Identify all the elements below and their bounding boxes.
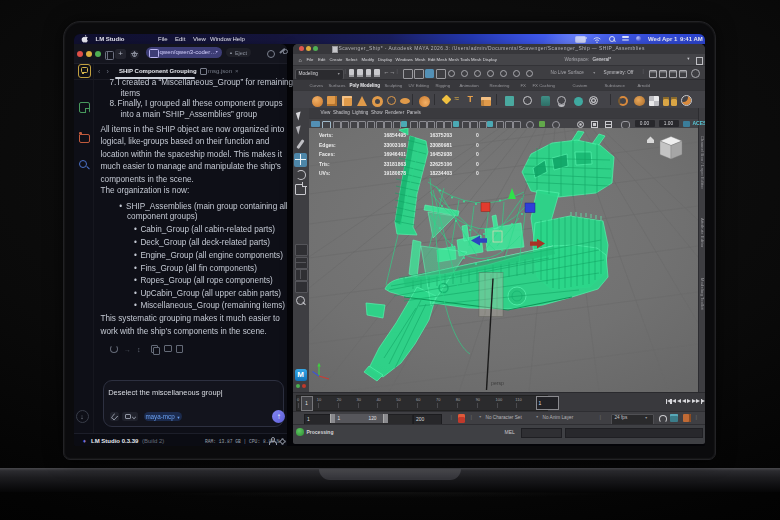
svg-text:0: 0 — [476, 132, 479, 138]
svg-text:0: 0 — [476, 160, 479, 166]
svg-text:0: 0 — [476, 170, 479, 176]
svg-text:19180878: 19180878 — [383, 170, 405, 176]
svg-text:Edges:: Edges: — [319, 141, 336, 147]
svg-text:UVs:: UVs: — [319, 170, 331, 176]
svg-text:0: 0 — [476, 151, 479, 157]
svg-text:33080981: 33080981 — [429, 141, 451, 147]
svg-text:32625106: 32625106 — [429, 160, 451, 166]
svg-text:Faces:: Faces: — [319, 151, 335, 157]
svg-text:persp: persp — [491, 380, 504, 386]
svg-text:33003168: 33003168 — [383, 141, 405, 147]
svg-text:16946401: 16946401 — [383, 151, 405, 157]
svg-text:Verts:: Verts: — [319, 132, 333, 138]
svg-text:16854495: 16854495 — [383, 132, 405, 138]
svg-text:16452938: 16452938 — [429, 151, 451, 157]
svg-text:Tris:: Tris: — [319, 160, 330, 166]
svg-text:33181863: 33181863 — [383, 160, 405, 166]
svg-text:16375203: 16375203 — [429, 132, 451, 138]
svg-text:0: 0 — [476, 141, 479, 147]
svg-text:18234403: 18234403 — [429, 170, 451, 176]
